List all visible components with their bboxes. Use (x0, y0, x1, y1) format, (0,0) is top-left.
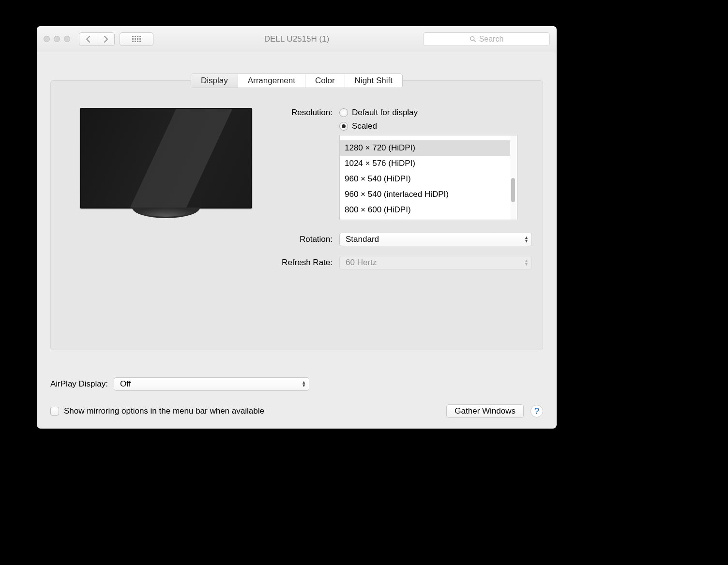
search-input[interactable]: Search (423, 32, 550, 46)
refresh-rate-select: 60 Hertz ▲▼ (339, 256, 532, 269)
radio-default-for-display[interactable] (339, 108, 348, 117)
help-button[interactable]: ? (531, 405, 543, 417)
monitor-stand-icon (132, 208, 200, 218)
svg-line-1 (474, 40, 475, 41)
window-title: DELL U2515H (1) (264, 34, 330, 44)
search-placeholder: Search (479, 35, 504, 44)
navigation-buttons (79, 32, 115, 46)
radio-scaled[interactable] (339, 122, 348, 131)
resolution-scrollbar[interactable] (510, 135, 516, 220)
stepper-icon: ▲▼ (524, 236, 529, 243)
titlebar: DELL U2515H (1) Search (37, 26, 557, 52)
stepper-icon: ▲▼ (524, 259, 529, 266)
footer: AirPlay Display: Off ▲▼ Show mirroring o… (50, 377, 543, 418)
stepper-icon: ▲▼ (302, 381, 306, 387)
resolution-option[interactable]: 1024 × 576 (HiDPI) (340, 156, 510, 171)
display-panel: Display Arrangement Color Night Shift Re… (50, 80, 543, 350)
forward-button[interactable] (97, 33, 114, 45)
rotation-select[interactable]: Standard ▲▼ (339, 233, 532, 246)
resolution-option[interactable]: 960 × 540 (HiDPI) (340, 171, 510, 187)
tab-display[interactable]: Display (191, 74, 238, 88)
chevron-right-icon (104, 36, 108, 43)
close-window-button[interactable] (44, 36, 50, 42)
window-controls (44, 36, 70, 42)
gather-windows-button[interactable]: Gather Windows (446, 404, 524, 418)
back-button[interactable] (79, 33, 97, 45)
search-icon (470, 36, 476, 43)
show-all-button[interactable] (120, 32, 153, 46)
refresh-rate-label: Refresh Rate: (270, 258, 333, 268)
monitor-preview (80, 108, 252, 279)
radio-default-label: Default for display (352, 108, 418, 118)
resolution-option[interactable]: 640 × 480 (340, 135, 510, 140)
scrollbar-thumb[interactable] (511, 178, 515, 202)
resolution-list[interactable]: 640 × 480 1280 × 720 (HiDPI) 1024 × 576 … (339, 135, 517, 220)
question-icon: ? (534, 406, 539, 416)
tab-bar: Display Arrangement Color Night Shift (191, 74, 403, 88)
grid-icon (132, 36, 141, 42)
mirroring-checkbox[interactable] (50, 407, 59, 416)
airplay-select[interactable]: Off ▲▼ (114, 377, 309, 391)
monitor-screen-icon (80, 108, 252, 208)
zoom-window-button[interactable] (64, 36, 70, 42)
airplay-label: AirPlay Display: (50, 379, 108, 389)
resolution-option[interactable]: 1280 × 720 (HiDPI) (340, 140, 510, 156)
resolution-option[interactable]: 800 × 600 (HiDPI) (340, 202, 510, 218)
tab-arrangement[interactable]: Arrangement (238, 74, 305, 88)
radio-scaled-label: Scaled (352, 121, 377, 131)
chevron-left-icon (86, 36, 91, 43)
mirroring-label: Show mirroring options in the menu bar w… (64, 406, 264, 416)
display-preferences-window: DELL U2515H (1) Search Display Arrangeme… (37, 26, 557, 429)
tab-color[interactable]: Color (305, 74, 345, 88)
tab-night-shift[interactable]: Night Shift (345, 74, 402, 88)
minimize-window-button[interactable] (54, 36, 60, 42)
resolution-option[interactable]: 960 × 540 (interlaced HiDPI) (340, 187, 510, 202)
rotation-label: Rotation: (270, 235, 333, 244)
resolution-label: Resolution: (270, 108, 333, 118)
